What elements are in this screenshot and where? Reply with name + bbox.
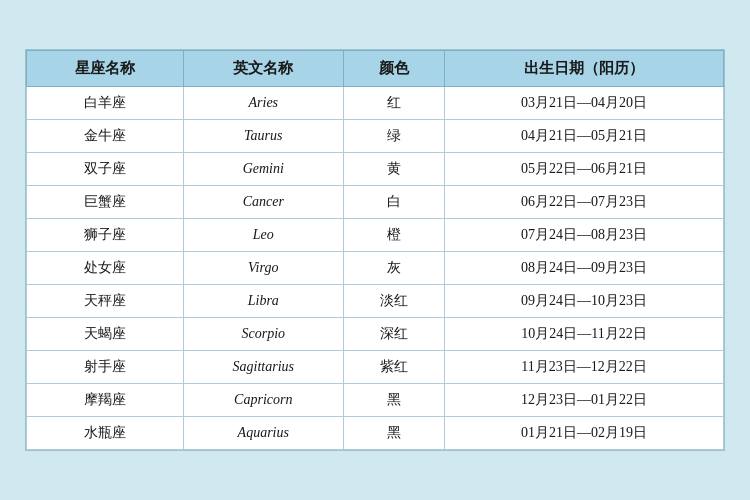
table-header-row: 星座名称 英文名称 颜色 出生日期（阳历）: [27, 51, 724, 87]
cell-chinese-name: 射手座: [27, 351, 184, 384]
table-row: 白羊座Aries红03月21日—04月20日: [27, 87, 724, 120]
cell-dates: 07月24日—08月23日: [445, 219, 724, 252]
cell-english-name: Taurus: [183, 120, 343, 153]
cell-chinese-name: 摩羯座: [27, 384, 184, 417]
cell-color: 黄: [343, 153, 445, 186]
cell-color: 灰: [343, 252, 445, 285]
table-row: 天秤座Libra淡红09月24日—10月23日: [27, 285, 724, 318]
table-body: 白羊座Aries红03月21日—04月20日金牛座Taurus绿04月21日—0…: [27, 87, 724, 450]
cell-color: 黑: [343, 417, 445, 450]
cell-english-name: Leo: [183, 219, 343, 252]
cell-chinese-name: 白羊座: [27, 87, 184, 120]
cell-dates: 04月21日—05月21日: [445, 120, 724, 153]
cell-english-name: Aquarius: [183, 417, 343, 450]
header-english-name: 英文名称: [183, 51, 343, 87]
table-row: 摩羯座Capricorn黑12月23日—01月22日: [27, 384, 724, 417]
cell-english-name: Gemini: [183, 153, 343, 186]
cell-chinese-name: 巨蟹座: [27, 186, 184, 219]
cell-english-name: Libra: [183, 285, 343, 318]
cell-dates: 05月22日—06月21日: [445, 153, 724, 186]
cell-dates: 10月24日—11月22日: [445, 318, 724, 351]
cell-color: 淡红: [343, 285, 445, 318]
cell-english-name: Scorpio: [183, 318, 343, 351]
cell-chinese-name: 天秤座: [27, 285, 184, 318]
header-birth-date: 出生日期（阳历）: [445, 51, 724, 87]
cell-chinese-name: 水瓶座: [27, 417, 184, 450]
cell-dates: 09月24日—10月23日: [445, 285, 724, 318]
cell-english-name: Aries: [183, 87, 343, 120]
cell-color: 红: [343, 87, 445, 120]
cell-english-name: Cancer: [183, 186, 343, 219]
cell-chinese-name: 处女座: [27, 252, 184, 285]
cell-english-name: Sagittarius: [183, 351, 343, 384]
cell-color: 绿: [343, 120, 445, 153]
cell-english-name: Virgo: [183, 252, 343, 285]
table-row: 金牛座Taurus绿04月21日—05月21日: [27, 120, 724, 153]
cell-english-name: Capricorn: [183, 384, 343, 417]
header-color: 颜色: [343, 51, 445, 87]
cell-color: 白: [343, 186, 445, 219]
cell-dates: 01月21日—02月19日: [445, 417, 724, 450]
cell-dates: 03月21日—04月20日: [445, 87, 724, 120]
table-row: 巨蟹座Cancer白06月22日—07月23日: [27, 186, 724, 219]
zodiac-table: 星座名称 英文名称 颜色 出生日期（阳历） 白羊座Aries红03月21日—04…: [26, 50, 724, 450]
cell-color: 橙: [343, 219, 445, 252]
cell-chinese-name: 双子座: [27, 153, 184, 186]
cell-dates: 11月23日—12月22日: [445, 351, 724, 384]
table-row: 水瓶座Aquarius黑01月21日—02月19日: [27, 417, 724, 450]
table-row: 双子座Gemini黄05月22日—06月21日: [27, 153, 724, 186]
cell-chinese-name: 金牛座: [27, 120, 184, 153]
cell-dates: 08月24日—09月23日: [445, 252, 724, 285]
header-chinese-name: 星座名称: [27, 51, 184, 87]
table-row: 狮子座Leo橙07月24日—08月23日: [27, 219, 724, 252]
cell-chinese-name: 狮子座: [27, 219, 184, 252]
cell-dates: 06月22日—07月23日: [445, 186, 724, 219]
cell-color: 黑: [343, 384, 445, 417]
zodiac-table-container: 星座名称 英文名称 颜色 出生日期（阳历） 白羊座Aries红03月21日—04…: [25, 49, 725, 451]
cell-color: 紫红: [343, 351, 445, 384]
cell-color: 深红: [343, 318, 445, 351]
cell-chinese-name: 天蝎座: [27, 318, 184, 351]
table-row: 处女座Virgo灰08月24日—09月23日: [27, 252, 724, 285]
table-row: 天蝎座Scorpio深红10月24日—11月22日: [27, 318, 724, 351]
cell-dates: 12月23日—01月22日: [445, 384, 724, 417]
table-row: 射手座Sagittarius紫红11月23日—12月22日: [27, 351, 724, 384]
